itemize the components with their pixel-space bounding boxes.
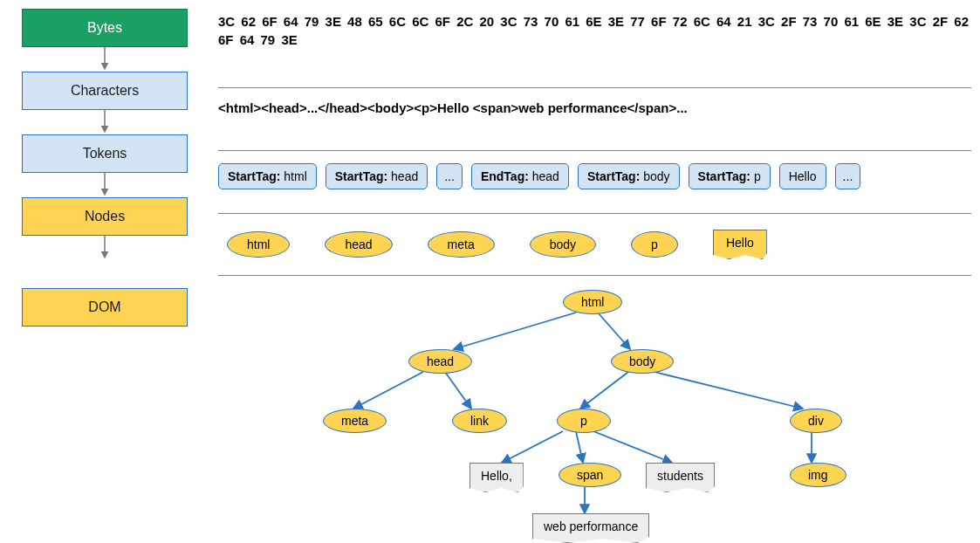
- svg-line-4: [454, 313, 576, 349]
- token: StartTag: head: [326, 163, 428, 189]
- dom-node-div: div: [790, 409, 842, 433]
- node-ellipse: meta: [428, 231, 495, 258]
- token: StartTag: p: [689, 163, 771, 189]
- separator: [218, 275, 971, 276]
- node-ellipse: head: [325, 231, 392, 258]
- arrow-down-icon: [99, 47, 111, 72]
- node-ellipse: body: [530, 231, 596, 258]
- dom-node-span: span: [559, 463, 621, 487]
- dom-text-hello: Hello,: [469, 463, 524, 492]
- token: Hello: [779, 163, 826, 189]
- token: StartTag: html: [218, 163, 317, 189]
- token-ellipsis: ...: [436, 163, 463, 189]
- stage-nodes: Nodes: [22, 197, 188, 236]
- node-ellipse: html: [227, 231, 290, 258]
- svg-line-8: [580, 372, 628, 409]
- dom-node-p: p: [557, 409, 611, 433]
- nodes-row: html head meta body p Hello: [218, 226, 971, 263]
- dom-node-img: img: [790, 463, 846, 487]
- svg-line-12: [593, 431, 672, 463]
- svg-line-11: [576, 431, 583, 463]
- dom-node-head: head: [408, 349, 472, 374]
- token-ellipsis: ...: [835, 163, 861, 189]
- token: EndTag: head: [471, 163, 569, 189]
- stage-bytes: Bytes: [22, 9, 188, 47]
- dom-node-link: link: [452, 409, 507, 433]
- arrow-down-icon: [99, 173, 111, 197]
- svg-line-7: [445, 372, 471, 409]
- dom-text-students: students: [646, 463, 715, 492]
- arrow-down-icon: [99, 110, 111, 134]
- dom-text-webperf: web performance: [532, 513, 649, 543]
- stage-characters: Characters: [22, 72, 188, 110]
- dom-node-body: body: [611, 349, 674, 374]
- bytes-hex-text: 3C 62 6F 64 79 3E 48 65 6C 6C 6F 2C 20 3…: [218, 12, 971, 49]
- token: StartTag: body: [578, 163, 680, 189]
- svg-line-5: [598, 313, 630, 349]
- dom-node-meta: meta: [323, 409, 387, 433]
- tokens-row: StartTag: html StartTag: head ... EndTag…: [218, 163, 971, 189]
- svg-line-9: [654, 372, 803, 409]
- svg-line-10: [502, 431, 563, 463]
- node-ellipse: p: [631, 231, 678, 258]
- characters-text: <html><head>...</head><body><p>Hello <sp…: [218, 100, 971, 115]
- separator: [218, 87, 971, 88]
- node-textnode: Hello: [713, 230, 767, 259]
- svg-line-6: [353, 372, 423, 409]
- arrow-down-icon: [99, 236, 111, 260]
- separator: [218, 150, 971, 151]
- separator: [218, 213, 971, 214]
- dom-node-html: html: [563, 290, 622, 314]
- dom-tree: html head body meta link p div Hello, sp…: [201, 288, 971, 543]
- stage-tokens: Tokens: [22, 134, 188, 173]
- stage-dom: DOM: [22, 288, 188, 326]
